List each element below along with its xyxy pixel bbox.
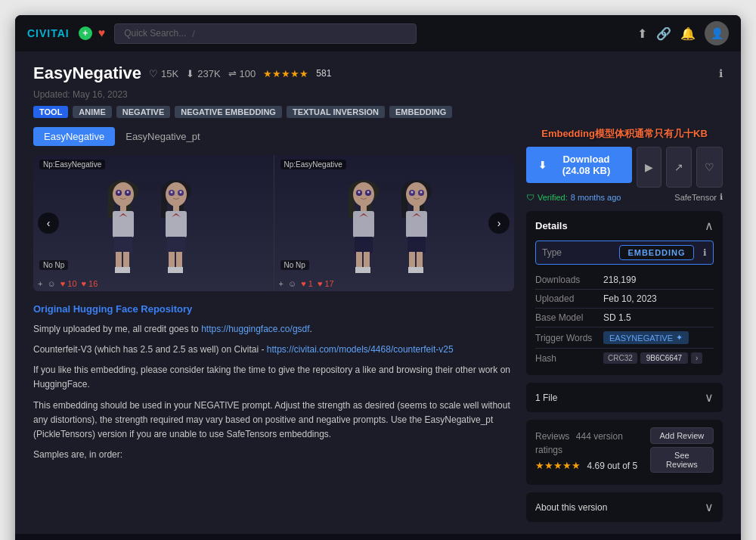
safe-tensor: SafeTensor ℹ [674, 192, 723, 202]
search-placeholder: Quick Search... [124, 28, 186, 39]
svg-point-23 [179, 191, 181, 194]
svg-rect-59 [407, 237, 426, 253]
left-column: EasyNegative EasyNegative_pt ‹ Np:EasyNe… [33, 127, 514, 522]
reviews-label: Reviews [535, 431, 569, 442]
uploaded-value: Feb 10, 2023 [603, 293, 657, 304]
downloads-value: 218,199 [603, 275, 636, 285]
desc-para4: This embedding should be used in your NE… [33, 399, 514, 442]
plus-icon[interactable]: + [79, 26, 92, 40]
svg-rect-43 [355, 237, 373, 253]
trigger-value: EASYNEGATIVE [609, 334, 673, 343]
svg-point-3 [113, 182, 134, 206]
base-model-label: Base Model [535, 312, 603, 323]
panel1-plus[interactable]: + [38, 279, 42, 288]
desc-para1: Simply uploaded by me, all credit goes t… [33, 322, 514, 337]
rating-count: 581 [316, 68, 331, 79]
downloads-row: Downloads 218,199 [535, 271, 714, 290]
add-review-button[interactable]: Add Review [650, 427, 714, 444]
heart-button[interactable]: ♡ [696, 147, 723, 188]
svg-point-22 [170, 191, 172, 194]
search-divider: / [192, 28, 195, 39]
desc-para3: If you like this embedding, please consi… [33, 363, 514, 392]
panel2-emoji[interactable]: ☺ [288, 279, 296, 288]
svg-point-7 [126, 191, 129, 194]
versions-stat: ⇌ 100 [228, 68, 256, 79]
panel1-heart2: ♥ 16 [82, 279, 98, 288]
share-button[interactable]: ↗ [666, 147, 692, 188]
bell-icon[interactable]: 🔔 [680, 26, 696, 41]
trigger-label: Trigger Words [535, 333, 603, 343]
svg-point-51 [406, 182, 427, 206]
upload-icon[interactable]: ⬆ [637, 26, 647, 41]
gallery-panel-1: Np:EasyNegative [33, 155, 274, 291]
downloads-stat: ⬇ 237K [186, 68, 220, 79]
right-column: Embedding模型体积通常只有几十KB ⬇ Download (24.08 … [526, 127, 723, 522]
huggingface-link[interactable]: https://huggingface.co/gsdf [201, 324, 309, 334]
hash-expand-btn[interactable]: › [691, 352, 702, 364]
title-area: EasyNegative ♡ 15K ⬇ 237K ⇌ 100 ★★★★★ 58… [33, 64, 723, 83]
civitai-link[interactable]: https://civitai.com/models/4468/counterf… [267, 344, 454, 355]
main-columns: EasyNegative EasyNegative_pt ‹ Np:EasyNe… [33, 127, 723, 522]
download-button[interactable]: ⬇ Download (24.08 KB) [526, 147, 632, 183]
tag-embedding[interactable]: EMBEDDING [389, 106, 452, 118]
panel2-heart2: ♥ 17 [318, 279, 334, 288]
svg-rect-41 [353, 211, 374, 237]
tag-anime[interactable]: ANIME [73, 106, 111, 118]
svg-point-39 [367, 191, 370, 194]
gallery-panel-2: Np:EasyNegative [274, 155, 515, 291]
search-bar[interactable]: Quick Search... / [114, 23, 417, 44]
panel1-emoji[interactable]: ☺ [47, 279, 55, 288]
desc-title: Original Hugging Face Repository [33, 302, 514, 318]
safe-tensor-label: SafeTensor [674, 193, 717, 202]
svg-point-6 [117, 191, 119, 194]
tab-easy-negative[interactable]: EasyNegative [33, 127, 115, 146]
svg-rect-47 [363, 267, 370, 273]
svg-rect-11 [114, 237, 132, 253]
anime-figures-1 [78, 170, 229, 276]
type-value: EMBEDDING [619, 245, 693, 260]
tag-negative-embedding[interactable]: NEGATIVE EMBEDDING [175, 106, 282, 118]
trigger-icon: ✦ [676, 333, 683, 343]
svg-rect-63 [416, 267, 423, 273]
stars-display: ★★★★★ [263, 68, 308, 79]
reviews-actions: Add Review See Reviews [650, 427, 714, 473]
user-avatar[interactable]: 👤 [705, 21, 729, 45]
files-expand-icon[interactable]: ∨ [705, 390, 714, 405]
gallery-prev-button[interactable]: ‹ [38, 213, 59, 234]
reviews-top: Reviews 444 version ratings ★★★★★ 4.69 o… [535, 427, 714, 473]
model-info-icon[interactable]: ℹ [719, 67, 723, 79]
verified-time[interactable]: 8 months ago [571, 193, 621, 202]
see-reviews-button[interactable]: See Reviews [650, 447, 714, 473]
reviews-header: Reviews 444 version ratings [535, 429, 650, 456]
top-nav: CIVITAI + ♥ Quick Search... / ⬆ 🔗 🔔 👤 [15, 15, 741, 51]
details-title: Details [535, 220, 568, 231]
outer-wrapper: CIVITAI + ♥ Quick Search... / ⬆ 🔗 🔔 👤 Ea… [0, 0, 756, 540]
details-collapse-icon[interactable]: ∧ [705, 219, 714, 233]
model-title: EasyNegative [33, 64, 141, 83]
link-icon[interactable]: 🔗 [656, 26, 671, 41]
svg-rect-62 [408, 267, 416, 273]
tag-textual-inversion[interactable]: TEXTUAL INVERSION [287, 106, 385, 118]
panel2-plus[interactable]: + [279, 279, 284, 288]
tab-easy-negative-pt[interactable]: EasyNegative_pt [115, 127, 210, 146]
model-tabs: EasyNegative EasyNegative_pt [33, 127, 514, 146]
type-info-icon[interactable]: ℹ [703, 247, 707, 258]
safe-tensor-info-icon[interactable]: ℹ [720, 192, 723, 202]
base-model-value: SD 1.5 [603, 312, 631, 323]
svg-rect-24 [173, 205, 179, 211]
files-section: 1 File ∨ [526, 383, 723, 412]
panel2-heart1: ♥ 1 [301, 279, 313, 288]
nav-heart-icon[interactable]: ♥ [98, 26, 106, 40]
shield-icon: 🛡 [526, 193, 534, 202]
svg-point-55 [420, 191, 423, 194]
play-button[interactable]: ▶ [637, 147, 662, 188]
gallery-next-button[interactable]: › [488, 213, 510, 234]
verified-text: 🛡 Verified: 8 months ago [526, 193, 621, 202]
heart-icon: ♡ [149, 68, 158, 79]
svg-rect-57 [406, 211, 427, 237]
tag-tool[interactable]: TOOL [33, 106, 68, 118]
annotation-text: Embedding模型体积通常只有几十KB [526, 127, 723, 141]
about-expand-icon[interactable]: ∨ [705, 500, 714, 514]
tag-negative[interactable]: NEGATIVE [116, 106, 170, 118]
site-logo[interactable]: CIVITAI [27, 27, 70, 39]
